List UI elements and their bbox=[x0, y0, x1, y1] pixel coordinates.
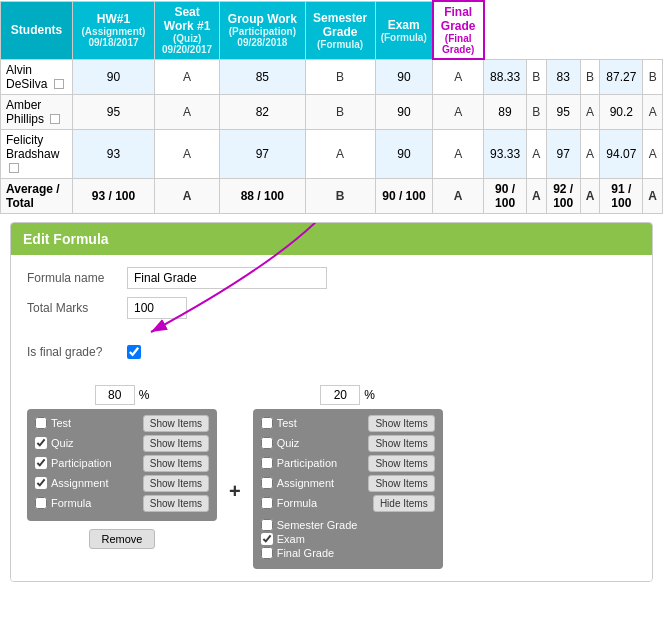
remove-button[interactable]: Remove bbox=[89, 529, 156, 549]
percent1-input[interactable] bbox=[95, 385, 135, 405]
sw1-letter: B bbox=[305, 94, 375, 129]
final-score: 90.2 bbox=[600, 94, 643, 129]
sem-header: Semester Grade (Formula) bbox=[305, 1, 375, 59]
extra-item-checkbox[interactable] bbox=[261, 519, 273, 531]
panel1-item-checkbox[interactable] bbox=[35, 497, 47, 509]
panel2-item-checkbox[interactable] bbox=[261, 457, 273, 469]
panel1-show-items-button[interactable]: Show Items bbox=[143, 415, 209, 432]
sw1-score: 97 bbox=[220, 129, 305, 178]
panel2-show-items-button[interactable]: Show Items bbox=[368, 415, 434, 432]
panel2-show-items-button[interactable]: Show Items bbox=[368, 455, 434, 472]
panel1-show-items-button[interactable]: Show Items bbox=[143, 475, 209, 492]
students-header: Students bbox=[1, 1, 73, 59]
panel1-item: Assignment Show Items bbox=[35, 475, 209, 492]
panel2-item-label: Quiz bbox=[277, 437, 365, 449]
exam-letter: A bbox=[580, 129, 600, 178]
total-marks-label: Total Marks bbox=[27, 301, 127, 315]
gw-score: 90 bbox=[375, 94, 433, 129]
panel1-show-items-button[interactable]: Show Items bbox=[143, 455, 209, 472]
grade-table: Students HW#1 (Assignment) 09/18/2017 Se… bbox=[0, 0, 663, 214]
hw1-score: 93 bbox=[73, 129, 155, 178]
panel2-item-checkbox[interactable] bbox=[261, 497, 273, 509]
sw1-letter: A bbox=[305, 129, 375, 178]
gw-letter: A bbox=[433, 94, 484, 129]
panel2-item-checkbox[interactable] bbox=[261, 417, 273, 429]
plus-sign: + bbox=[229, 450, 241, 503]
panel1-item: Test Show Items bbox=[35, 415, 209, 432]
panel1-block: % Test Show Items Quiz Show Items Partic… bbox=[27, 385, 217, 549]
percent2-sign: % bbox=[364, 388, 375, 402]
copy-icon[interactable] bbox=[50, 114, 60, 124]
hw1-letter: A bbox=[154, 94, 219, 129]
avg-sw1: 88 / 100 bbox=[220, 178, 305, 213]
hw1-header: HW#1 (Assignment) 09/18/2017 bbox=[73, 1, 155, 59]
exam-header: Exam (Formula) bbox=[375, 1, 433, 59]
panel1-item: Quiz Show Items bbox=[35, 435, 209, 452]
panel1-show-items-button[interactable]: Show Items bbox=[143, 435, 209, 452]
gw-score: 90 bbox=[375, 129, 433, 178]
gw-score: 90 bbox=[375, 59, 433, 94]
panel2-item: Test Show Items bbox=[261, 415, 435, 432]
extra-item-label: Semester Grade bbox=[277, 519, 358, 531]
sem-letter: B bbox=[526, 59, 546, 94]
is-final-grade-row: Is final grade? bbox=[27, 327, 636, 377]
avg-finall: A bbox=[643, 178, 663, 213]
extra-item-checkbox[interactable] bbox=[261, 533, 273, 545]
exam-letter: A bbox=[580, 94, 600, 129]
hw1-letter: A bbox=[154, 129, 219, 178]
panel1-item-checkbox[interactable] bbox=[35, 437, 47, 449]
panel1-show-items-button[interactable]: Show Items bbox=[143, 495, 209, 512]
is-final-grade-label: Is final grade? bbox=[27, 345, 127, 359]
panel1-item-checkbox[interactable] bbox=[35, 457, 47, 469]
sw1-letter: B bbox=[305, 59, 375, 94]
panel2-items: Test Show Items Quiz Show Items Particip… bbox=[253, 409, 443, 569]
gw-letter: A bbox=[433, 129, 484, 178]
copy-icon[interactable] bbox=[54, 79, 64, 89]
panel1-item-label: Assignment bbox=[51, 477, 139, 489]
avg-gw: 90 / 100 bbox=[375, 178, 433, 213]
panel2-item-checkbox[interactable] bbox=[261, 437, 273, 449]
avg-gwl: A bbox=[433, 178, 484, 213]
copy-icon[interactable] bbox=[9, 163, 19, 173]
panel1-item-checkbox[interactable] bbox=[35, 477, 47, 489]
extra-items: Semester Grade Exam Final Grade bbox=[261, 515, 435, 563]
percent1-sign: % bbox=[139, 388, 150, 402]
formula-name-input[interactable] bbox=[127, 267, 327, 289]
hw1-score: 90 bbox=[73, 59, 155, 94]
sem-score: 89 bbox=[484, 94, 527, 129]
panel1-items: Test Show Items Quiz Show Items Particip… bbox=[27, 409, 217, 521]
extra-item: Exam bbox=[261, 533, 435, 545]
extra-item-label: Final Grade bbox=[277, 547, 334, 559]
panel2-item: Formula Hide Items bbox=[261, 495, 435, 512]
gw-header: Group Work (Participation) 09/28/2018 bbox=[220, 1, 305, 59]
final-letter: A bbox=[643, 129, 663, 178]
formula-name-row: Formula name bbox=[27, 267, 636, 289]
panel2-show-items-button[interactable]: Show Items bbox=[368, 475, 434, 492]
edit-formula-body: Formula name Total Marks Is final grade? bbox=[11, 255, 652, 581]
avg-sem: 90 / 100 bbox=[484, 178, 527, 213]
panel1-item-label: Quiz bbox=[51, 437, 139, 449]
panel1-item-label: Test bbox=[51, 417, 139, 429]
is-final-grade-checkbox[interactable] bbox=[127, 345, 141, 359]
total-marks-input[interactable] bbox=[127, 297, 187, 319]
extra-item-checkbox[interactable] bbox=[261, 547, 273, 559]
exam-score: 95 bbox=[546, 94, 580, 129]
panel2-item-checkbox[interactable] bbox=[261, 477, 273, 489]
exam-score: 83 bbox=[546, 59, 580, 94]
avg-row: Average / Total 93 / 100 A 88 / 100 B 90… bbox=[1, 178, 663, 213]
panel1-item-checkbox[interactable] bbox=[35, 417, 47, 429]
exam-letter: B bbox=[580, 59, 600, 94]
percent2-input[interactable] bbox=[320, 385, 360, 405]
student-name: Amber Phillips bbox=[1, 94, 73, 129]
gw-letter: A bbox=[433, 59, 484, 94]
student-name: Felicity Bradshaw bbox=[1, 129, 73, 178]
percent-row: % Test Show Items Quiz Show Items Partic… bbox=[27, 385, 636, 569]
panel2-show-items-button[interactable]: Show Items bbox=[368, 435, 434, 452]
hw1-score: 95 bbox=[73, 94, 155, 129]
total-marks-row: Total Marks bbox=[27, 297, 636, 319]
edit-formula-container: Edit Formula Formula name Total Marks Is… bbox=[10, 222, 653, 582]
panel2-item: Assignment Show Items bbox=[261, 475, 435, 492]
sem-score: 93.33 bbox=[484, 129, 527, 178]
panel2-show-items-button[interactable]: Hide Items bbox=[373, 495, 435, 512]
table-row: Alvin DeSilva 90 A 85 B 90 A 88.33 B 83 … bbox=[1, 59, 663, 94]
